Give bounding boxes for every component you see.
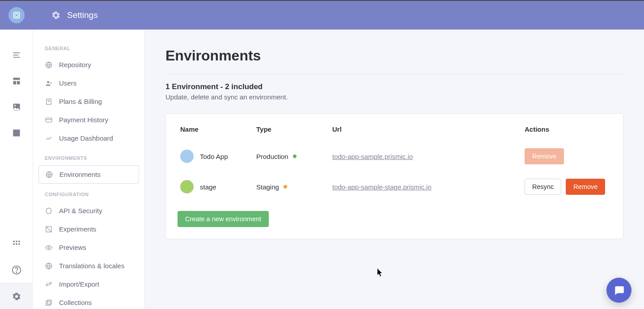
sidebar-item-usage[interactable]: Usage Dashboard <box>38 129 139 147</box>
env-avatar <box>180 180 194 193</box>
sidebar-group-configuration: CONFIGURATION <box>45 192 139 197</box>
status-dot-icon <box>293 154 297 158</box>
svg-rect-0 <box>13 12 19 18</box>
env-name: Todo App <box>200 153 228 160</box>
svg-rect-7 <box>17 81 20 85</box>
sidebar-item-payment[interactable]: Payment History <box>38 111 139 129</box>
top-bar: Settings <box>0 1 644 30</box>
sidebar-item-previews[interactable]: Previews <box>38 238 139 257</box>
collections-icon <box>45 299 53 306</box>
eye-icon <box>45 244 53 251</box>
lab-icon <box>45 226 53 233</box>
svg-rect-15 <box>16 243 17 245</box>
card-icon <box>45 116 53 124</box>
rail-dashboard-icon[interactable] <box>0 68 33 94</box>
rail-compare-icon[interactable] <box>0 120 33 146</box>
env-card: Name Type Url Actions Todo AppProduction… <box>165 113 623 239</box>
sidebar-group-general: GENERAL <box>45 46 139 51</box>
col-name: Name <box>178 122 254 141</box>
env-name: stage <box>200 183 216 191</box>
logo-wrap <box>0 7 33 23</box>
globe2-icon <box>45 262 53 270</box>
svg-rect-16 <box>18 243 20 245</box>
sidebar-item-api[interactable]: API & Security <box>38 202 139 220</box>
env-url-link[interactable]: todo-app-sample-stage.prismic.io <box>332 183 432 191</box>
sidebar-item-label: Repository <box>59 61 91 69</box>
svg-point-20 <box>47 81 49 83</box>
svg-rect-13 <box>18 241 20 242</box>
sidebar-item-plans[interactable]: Plans & Billing <box>38 92 139 111</box>
svg-point-9 <box>14 105 16 106</box>
logo-icon <box>12 11 21 20</box>
svg-rect-14 <box>13 243 14 245</box>
remove-button[interactable]: Remove <box>566 179 605 195</box>
globe-icon <box>45 61 53 69</box>
chat-icon <box>613 284 625 296</box>
main-title: Environments <box>165 47 623 74</box>
shield-icon <box>45 207 53 215</box>
svg-rect-5 <box>13 78 20 80</box>
rail-help-icon[interactable] <box>0 257 33 283</box>
env-desc-line: Update, delete and sync an environment. <box>165 93 623 101</box>
status-dot-icon <box>284 185 287 189</box>
svg-point-29 <box>48 247 50 249</box>
sidebar-item-collections[interactable]: Collections <box>38 293 139 309</box>
sidebar-item-label: Translations & locales <box>59 262 124 270</box>
svg-rect-24 <box>46 118 51 122</box>
sidebar-group-environments: ENVIRONMENTS <box>45 155 139 161</box>
rail-media-icon[interactable] <box>0 94 33 120</box>
sidebar-item-label: Experiments <box>59 225 96 233</box>
sidebar-item-experiments[interactable]: Experiments <box>38 220 139 238</box>
svg-line-28 <box>46 227 51 232</box>
sidebar-item-importexport[interactable]: Import/Export <box>38 275 139 293</box>
env-count-line: 1 Environment - 2 included <box>165 82 623 91</box>
col-actions: Actions <box>522 122 611 141</box>
svg-rect-12 <box>16 241 17 242</box>
svg-rect-1 <box>15 14 18 17</box>
user-plus-icon <box>45 80 53 87</box>
sidebar-item-repository[interactable]: Repository <box>38 56 139 74</box>
table-row: stageStagingtodo-app-sample-stage.prismi… <box>178 172 611 202</box>
col-type: Type <box>254 122 330 141</box>
settings-sidebar: GENERAL Repository Users Plans & Billing… <box>33 30 145 309</box>
sidebar-item-label: Usage Dashboard <box>59 134 113 142</box>
rail-menu-icon[interactable] <box>0 42 33 68</box>
receipt-icon <box>45 98 53 105</box>
sidebar-item-label: Import/Export <box>59 280 99 288</box>
env-url-link[interactable]: todo-app-sample.prismic.io <box>332 153 413 160</box>
sidebar-item-users[interactable]: Users <box>38 74 139 92</box>
rail-settings-icon[interactable] <box>0 283 33 309</box>
sidebar-item-label: API & Security <box>59 207 102 215</box>
sidebar-item-label: Environments <box>59 171 101 178</box>
swap-icon <box>45 281 53 288</box>
main-content: Environments 1 Environment - 2 included … <box>145 30 644 309</box>
sidebar-item-label: Previews <box>59 244 86 251</box>
svg-point-18 <box>16 272 17 272</box>
sidebar-item-translations[interactable]: Translations & locales <box>38 257 139 275</box>
resync-button[interactable]: Resync <box>525 179 561 195</box>
sidebar-item-label: Payment History <box>59 116 108 124</box>
globe-icon <box>45 171 53 178</box>
rail-apps-icon[interactable] <box>0 231 33 257</box>
create-environment-button[interactable]: Create a new environment <box>178 211 269 227</box>
gear-icon <box>51 10 61 20</box>
nav-rail <box>0 30 33 309</box>
sidebar-item-label: Collections <box>59 299 92 306</box>
sidebar-item-label: Plans & Billing <box>59 98 102 105</box>
env-avatar <box>180 150 194 163</box>
env-type: Staging <box>256 183 279 191</box>
remove-button: Remove <box>525 148 564 164</box>
sidebar-item-label: Users <box>59 79 76 87</box>
svg-rect-33 <box>47 300 51 304</box>
env-type: Production <box>256 153 288 160</box>
chart-icon <box>45 135 53 142</box>
intercom-launcher[interactable] <box>606 278 631 303</box>
svg-rect-6 <box>13 81 16 85</box>
svg-rect-11 <box>13 241 14 242</box>
table-row: Todo AppProductiontodo-app-sample.prismi… <box>178 141 611 172</box>
page-title: Settings <box>67 10 98 20</box>
col-url: Url <box>330 122 522 141</box>
app-logo[interactable] <box>8 7 25 23</box>
sidebar-item-environments[interactable]: Environments <box>38 165 139 184</box>
svg-rect-32 <box>46 301 50 305</box>
